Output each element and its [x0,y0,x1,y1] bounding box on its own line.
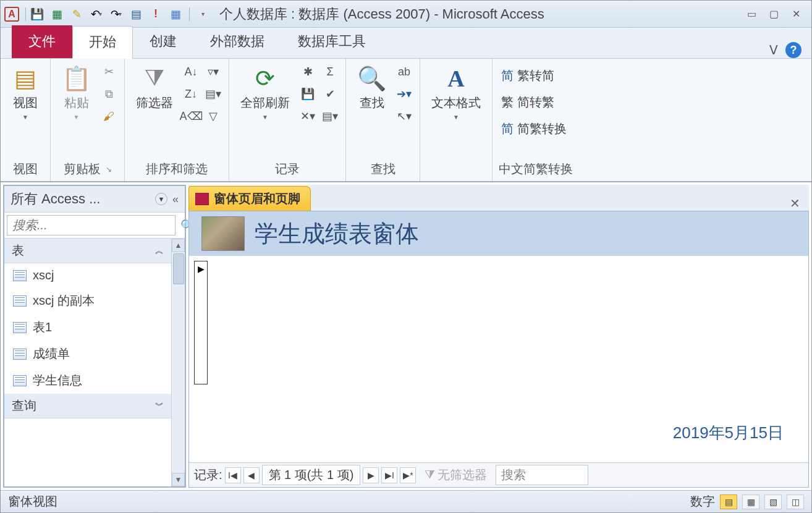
nav-item-label: 表1 [33,319,52,336]
export-excel-icon[interactable]: ▦ [48,6,66,23]
save-record-icon[interactable]: 💾 [298,85,317,103]
cut-icon[interactable]: ✂ [99,62,118,81]
selection-filter-icon[interactable]: ▿▾ [204,62,222,81]
datasheet-view-icon[interactable]: ▦ [742,494,759,509]
document-area: 窗体页眉和页脚 ✕ 学生成绩表窗体 2019年5月15日 记录: I◀ ◀ 第 … [188,185,809,488]
trad-to-simp-button[interactable]: 简繁转简 [499,66,569,85]
app-icon: A [4,7,19,22]
select-icon[interactable]: ↖▾ [395,107,413,125]
tab-database-tools[interactable]: 数据库工具 [281,25,383,58]
tab-external-data[interactable]: 外部数据 [193,25,281,58]
recnav-label: 记录: [194,467,222,483]
paste-button[interactable]: 📋 粘贴 ▼ [57,62,96,123]
ribbon-collapse-icon[interactable]: ᐯ [769,43,778,57]
sort-asc-icon[interactable]: A↓ [182,62,200,81]
design-view-icon[interactable]: ◫ [787,494,804,509]
nav-item-label: 学生信息 [33,372,82,389]
document-tab[interactable]: 窗体页眉和页脚 [188,186,311,211]
form-view-icon[interactable]: ▤ [720,494,737,509]
record-search-box[interactable]: 搜索 [496,465,588,485]
exclaim-icon[interactable]: ! [147,6,164,23]
spelling-icon[interactable]: ✔ [321,85,339,103]
group-label-chinese: 中文简繁转换 [499,158,573,180]
qat-customize-icon[interactable]: ▾ [195,6,212,23]
copy-icon[interactable]: ⧉ [99,85,118,103]
undo-icon[interactable]: ↶▾ [88,6,105,23]
scroll-up-icon[interactable]: ▲ [172,239,185,252]
more-records-icon[interactable]: ▤▾ [321,107,339,125]
first-record-icon[interactable]: I◀ [225,467,241,483]
simp-to-trad-button[interactable]: 繁简转繁 [499,93,569,112]
quick-access-toolbar: 💾 ▦ ✎ ↶▾ ↷▾ ▤ ! ▦ ▾ [28,6,212,23]
tab-home[interactable]: 开始 [72,26,133,59]
tab-file[interactable]: 文件 [12,25,72,58]
ribbon-group-text-format: A 文本格式 ▼ [420,59,493,181]
nav-pane-header[interactable]: 所有 Access ... ▼ « [4,186,185,213]
document-close-icon[interactable]: ✕ [781,196,809,211]
nav-group-queries[interactable]: 查询 ︾ [4,394,171,418]
nav-item-label: 成绩单 [33,346,70,362]
nav-group-tables[interactable]: 表 ︽ [4,239,171,263]
nav-item-student-info[interactable]: 学生信息 [4,367,171,394]
view-button[interactable]: ▤ 视图 ▼ [7,62,44,123]
form-surface[interactable]: 2019年5月15日 [189,256,808,462]
maximize-button[interactable]: ▢ [766,8,782,20]
refresh-all-button[interactable]: ⟳ 全部刷新 ▼ [235,62,295,123]
scroll-thumb[interactable] [173,253,184,284]
refresh-label: 全部刷新 [240,95,290,111]
last-record-icon[interactable]: ▶I [381,467,397,483]
find-button[interactable]: 🔍 查找 [352,62,391,114]
next-record-icon[interactable]: ▶ [363,467,379,483]
prev-record-icon[interactable]: ◀ [243,467,260,483]
textfmt-label: 文本格式 [431,95,481,111]
text-format-button[interactable]: A 文本格式 ▼ [426,62,486,123]
toggle-filter-icon[interactable]: ▽ [204,107,222,125]
form-title: 学生成绩表窗体 [255,218,419,250]
clear-sort-icon[interactable]: A⌫ [182,107,200,125]
nav-collapse-icon[interactable]: « [172,193,179,206]
status-bar: 窗体视图 数字 ▤ ▦ ▧ ◫ [1,490,811,512]
nav-dropdown-icon[interactable]: ▼ [155,193,167,205]
table-icon [13,322,27,333]
nav-item-table1[interactable]: 表1 [4,314,171,341]
datasheet-icon[interactable]: ▦ [167,6,184,23]
save-icon[interactable]: 💾 [28,6,46,23]
form-icon[interactable]: ▤ [127,6,145,23]
funnel-icon: ⧩ [145,65,164,92]
nav-item-xscj-copy[interactable]: xscj 的副本 [4,287,171,314]
status-view-label: 窗体视图 [8,493,57,510]
record-selector[interactable] [194,261,208,384]
view-label: 视图 [13,95,38,111]
filter-button[interactable]: ⧩ 筛选器 [131,62,178,114]
form-header: 学生成绩表窗体 [189,211,808,256]
nav-item-xscj[interactable]: xscj [4,263,171,287]
nav-item-transcript[interactable]: 成绩单 [4,341,171,367]
format-painter-icon[interactable]: 🖌 [99,107,118,125]
close-button[interactable]: ✕ [788,8,804,20]
binoculars-icon: 🔍 [357,65,386,92]
help-icon[interactable]: ? [785,42,801,58]
layout-view-icon[interactable]: ▧ [764,494,782,509]
new-record-nav-icon[interactable]: ▶* [400,467,416,483]
minimize-button[interactable]: ▭ [743,8,759,20]
replace-icon[interactable]: ab [395,62,413,81]
goto-icon[interactable]: ➔▾ [395,85,413,103]
no-filter-indicator: ⧩无筛选器 [418,467,493,483]
draw-icon[interactable]: ✎ [68,6,85,23]
chinese-convert-button[interactable]: 简简繁转换 [499,119,569,138]
delete-record-icon[interactable]: ✕▾ [298,107,317,125]
tab-create[interactable]: 创建 [133,25,193,58]
advanced-filter-icon[interactable]: ▤▾ [204,85,222,103]
find-label: 查找 [360,95,384,111]
new-record-icon[interactable]: ✱ [298,62,317,81]
sort-desc-icon[interactable]: Z↓ [182,85,200,103]
totals-icon[interactable]: Σ [321,62,339,81]
nav-search-input[interactable] [7,215,176,235]
nav-scrollbar[interactable]: ▲ ▼ [171,239,185,486]
scroll-down-icon[interactable]: ▼ [172,473,185,486]
chevron-down-icon: ︾ [155,401,164,412]
form-header-image [201,216,245,251]
clipboard-launcher-icon[interactable]: ↘ [106,165,112,174]
record-position[interactable]: 第 1 项(共 1 项) [262,465,361,485]
redo-icon[interactable]: ↷▾ [108,6,125,23]
